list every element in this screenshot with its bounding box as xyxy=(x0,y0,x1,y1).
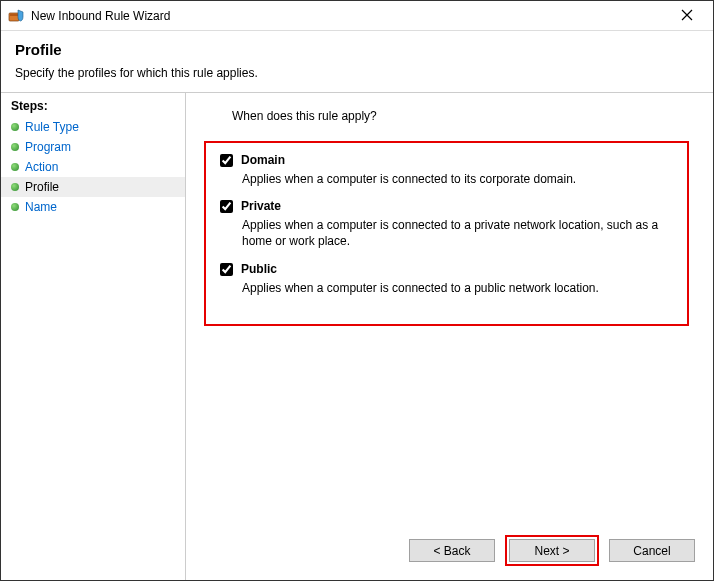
bullet-icon xyxy=(11,163,19,171)
step-label[interactable]: Rule Type xyxy=(25,120,79,134)
step-rule-type[interactable]: Rule Type xyxy=(1,117,185,137)
app-icon xyxy=(7,7,25,25)
header: Profile Specify the profiles for which t… xyxy=(1,31,713,92)
step-label: Profile xyxy=(25,180,59,194)
step-name[interactable]: Name xyxy=(1,197,185,217)
back-button[interactable]: < Back xyxy=(409,539,495,562)
bullet-icon xyxy=(11,123,19,131)
options-highlight: Domain Applies when a computer is connec… xyxy=(204,141,689,326)
window-title: New Inbound Rule Wizard xyxy=(31,9,667,23)
wizard-window: New Inbound Rule Wizard Profile Specify … xyxy=(0,0,714,581)
button-row: < Back Next > Cancel xyxy=(409,535,695,566)
page-subtitle: Specify the profiles for which this rule… xyxy=(15,66,699,80)
next-highlight: Next > xyxy=(505,535,599,566)
step-label[interactable]: Program xyxy=(25,140,71,154)
option-private-label: Private xyxy=(241,199,281,213)
option-private-row[interactable]: Private xyxy=(220,199,673,213)
close-icon[interactable] xyxy=(667,8,707,24)
cancel-button[interactable]: Cancel xyxy=(609,539,695,562)
titlebar: New Inbound Rule Wizard xyxy=(1,1,713,31)
option-domain-desc: Applies when a computer is connected to … xyxy=(242,171,673,187)
option-public-row[interactable]: Public xyxy=(220,262,673,276)
bullet-icon xyxy=(11,183,19,191)
step-action[interactable]: Action xyxy=(1,157,185,177)
body: Steps: Rule Type Program Action Profile … xyxy=(1,92,713,580)
option-domain-row[interactable]: Domain xyxy=(220,153,673,167)
step-label[interactable]: Action xyxy=(25,160,58,174)
step-label[interactable]: Name xyxy=(25,200,57,214)
next-button[interactable]: Next > xyxy=(509,539,595,562)
svg-rect-1 xyxy=(10,14,18,16)
option-domain-label: Domain xyxy=(241,153,285,167)
checkbox-private[interactable] xyxy=(220,200,233,213)
prompt-text: When does this rule apply? xyxy=(232,109,695,123)
steps-sidebar: Steps: Rule Type Program Action Profile … xyxy=(1,93,186,580)
bullet-icon xyxy=(11,143,19,151)
option-public-desc: Applies when a computer is connected to … xyxy=(242,280,673,296)
bullet-icon xyxy=(11,203,19,211)
option-private: Private Applies when a computer is conne… xyxy=(220,199,673,249)
step-program[interactable]: Program xyxy=(1,137,185,157)
step-profile[interactable]: Profile xyxy=(1,177,185,197)
checkbox-public[interactable] xyxy=(220,263,233,276)
option-private-desc: Applies when a computer is connected to … xyxy=(242,217,673,249)
page-title: Profile xyxy=(15,41,699,58)
option-public: Public Applies when a computer is connec… xyxy=(220,262,673,296)
option-public-label: Public xyxy=(241,262,277,276)
main-panel: When does this rule apply? Domain Applie… xyxy=(186,93,713,580)
steps-heading: Steps: xyxy=(1,99,185,117)
option-domain: Domain Applies when a computer is connec… xyxy=(220,153,673,187)
checkbox-domain[interactable] xyxy=(220,154,233,167)
